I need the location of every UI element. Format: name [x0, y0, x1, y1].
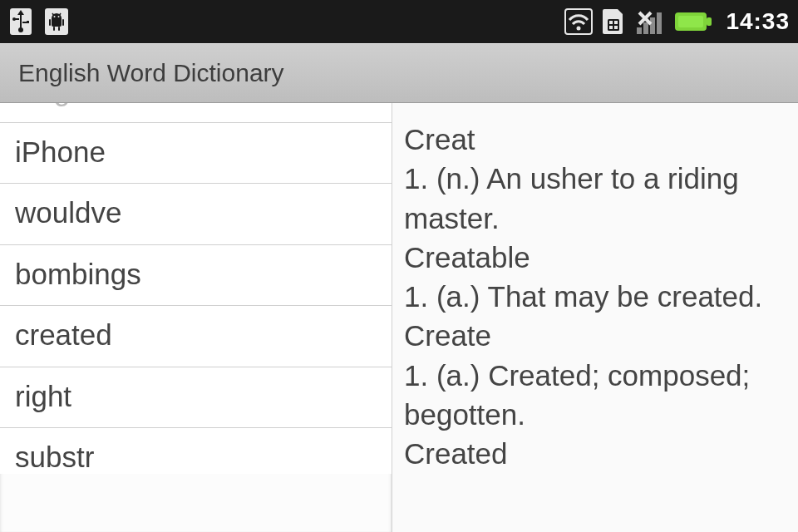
svg-rect-23: [614, 26, 618, 29]
svg-point-18: [577, 27, 581, 31]
word-list[interactable]: religion iPhone wouldve bombings created…: [0, 103, 392, 532]
content-area: religion iPhone wouldve bombings created…: [0, 103, 798, 532]
svg-rect-32: [707, 17, 712, 26]
status-right: 14:33: [564, 7, 790, 36]
svg-point-6: [12, 17, 16, 21]
wifi-icon: [564, 8, 593, 35]
app-title-bar: English Word Dictionary: [0, 43, 798, 103]
svg-point-15: [54, 16, 56, 17]
app-title: English Word Dictionary: [18, 59, 284, 87]
list-item[interactable]: iPhone: [0, 123, 392, 185]
svg-rect-24: [637, 27, 642, 34]
svg-rect-9: [49, 19, 51, 26]
battery-icon: [674, 10, 712, 33]
svg-rect-26: [650, 17, 655, 34]
list-item[interactable]: religion: [0, 103, 392, 123]
list-item[interactable]: created: [0, 306, 392, 367]
svg-rect-27: [657, 12, 662, 34]
svg-rect-2: [20, 13, 22, 28]
svg-rect-12: [58, 27, 60, 31]
status-left: [8, 7, 70, 37]
list-item[interactable]: substr: [0, 428, 392, 474]
list-item[interactable]: right: [0, 367, 392, 429]
android-debug-icon: [43, 7, 70, 37]
svg-rect-20: [609, 21, 613, 24]
svg-rect-22: [609, 26, 613, 29]
svg-rect-11: [53, 27, 55, 31]
svg-rect-7: [27, 21, 29, 23]
clock: 14:33: [726, 8, 790, 35]
definition-pane[interactable]: Creat 1. (n.) An usher to a riding maste…: [392, 103, 798, 532]
svg-rect-25: [643, 22, 648, 34]
list-item[interactable]: wouldve: [0, 184, 392, 245]
status-bar: 14:33: [0, 0, 798, 43]
svg-point-16: [58, 16, 60, 17]
svg-rect-31: [678, 16, 703, 27]
svg-rect-21: [614, 21, 618, 24]
sim-icon: [601, 7, 626, 36]
list-item[interactable]: bombings: [0, 245, 392, 307]
signal-icon: [634, 7, 666, 36]
usb-icon: [8, 7, 33, 37]
svg-rect-10: [62, 19, 64, 26]
